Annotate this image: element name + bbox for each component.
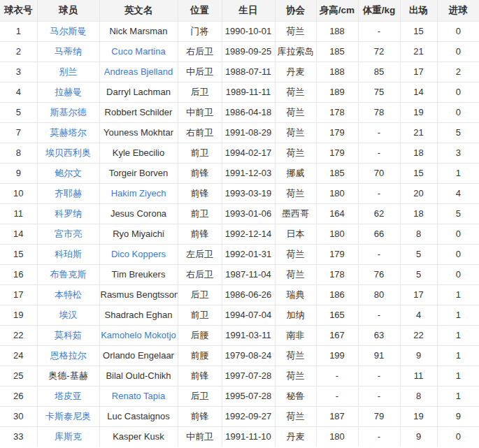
goals-cell: 0 (437, 224, 479, 244)
player-name-link[interactable]: 宫市亮 (55, 229, 82, 239)
appearances-cell: 5 (400, 264, 437, 284)
jersey-number-cell: 24 (0, 345, 37, 366)
nation-cell: 库拉索岛 (275, 41, 316, 62)
player-name-link[interactable]: 斯基尔德 (50, 107, 87, 117)
player-name-cell: 斯基尔德 (37, 102, 99, 122)
height-cell: 179 (316, 143, 358, 163)
goals-cell: 9 (437, 406, 479, 426)
english-name-cell: Renato Tapia (99, 386, 178, 406)
player-name-link[interactable]: 莫赫塔尔 (50, 127, 87, 138)
height-cell: 164 (316, 203, 358, 224)
height-cell: 165 (316, 305, 358, 325)
jersey-number-cell: 19 (0, 305, 37, 325)
english-name-link[interactable]: Hakim Ziyech (111, 188, 166, 198)
player-name-link[interactable]: 莫科茹 (55, 330, 82, 340)
header-height: 身高/cm (316, 0, 358, 21)
player-name-cell: 布鲁克斯 (37, 264, 99, 284)
table-header: 球衣号 球员 英文名 位置 生日 协会 身高/cm 体重/kg 出场 进球 (0, 0, 479, 21)
table-row: 1马尔斯曼Nick Marsman门将1990-10-01荷兰188-150 (0, 21, 479, 41)
goals-cell: 1 (437, 163, 479, 183)
english-name-link[interactable]: Kamohelo Mokotjo (101, 330, 176, 340)
weight-cell: 62 (358, 203, 400, 224)
goals-cell: 5 (437, 203, 479, 224)
goals-cell: 0 (437, 102, 479, 122)
header-appearances: 出场 (400, 0, 437, 21)
appearances-cell: 15 (400, 21, 437, 41)
player-name-cell: 埃贝西利奥 (37, 143, 99, 163)
player-name-link[interactable]: 卡斯泰尼奥 (45, 411, 91, 421)
player-name-link[interactable]: 本特松 (55, 289, 82, 300)
player-name-link[interactable]: 科珀斯 (55, 249, 82, 259)
appearances-cell: 22 (400, 325, 437, 345)
nation-cell: 墨西哥 (275, 203, 316, 224)
height-cell: 189 (316, 82, 358, 102)
position-cell: 后卫 (178, 284, 222, 305)
birthday-cell: 1991-11-10 (222, 426, 275, 447)
table-header-row: 球衣号 球员 英文名 位置 生日 协会 身高/cm 体重/kg 出场 进球 (0, 0, 479, 21)
height-cell: 180 (316, 183, 358, 203)
height-cell: 186 (316, 284, 358, 305)
english-name-link[interactable]: Dico Koppers (111, 249, 166, 259)
height-cell: 167 (316, 325, 358, 345)
birthday-cell: 1986-04-18 (222, 102, 275, 122)
birthday-cell: 1991-08-29 (222, 122, 275, 143)
position-cell: 门将 (178, 21, 222, 41)
appearances-cell: 8 (400, 386, 437, 406)
position-cell: 前锋 (178, 163, 222, 183)
player-name-link[interactable]: 马蒂纳 (55, 46, 82, 57)
position-cell: 右后卫 (178, 264, 222, 284)
player-name-link[interactable]: 塔皮亚 (55, 391, 82, 401)
player-name-link[interactable]: 恩格拉尔 (50, 350, 87, 361)
player-name-link[interactable]: 埃贝西利奥 (45, 147, 91, 158)
nation-cell: 荷兰 (275, 122, 316, 143)
player-name-link[interactable]: 别兰 (59, 66, 78, 77)
weight-cell: 70 (358, 163, 400, 183)
birthday-cell: 1994-07-04 (222, 305, 275, 325)
appearances-cell: 18 (400, 143, 437, 163)
weight-cell: - (358, 183, 400, 203)
weight-cell: - (358, 21, 400, 41)
player-name-link[interactable]: 马尔斯曼 (50, 26, 87, 36)
position-cell: 前锋 (178, 366, 222, 386)
position-cell: 右后卫 (178, 41, 222, 62)
english-name-cell: Dico Koppers (99, 244, 178, 264)
table-row: 14宫市亮Ryo Miyaichi前锋1992-12-14日本1806680 (0, 224, 479, 244)
table-row: 5斯基尔德Robbert Schilder中前卫1986-04-18荷兰1787… (0, 102, 479, 122)
header-goals: 进球 (437, 0, 479, 21)
appearances-cell: 19 (400, 102, 437, 122)
nation-cell: 荷兰 (275, 345, 316, 366)
jersey-number-cell: 16 (0, 264, 37, 284)
english-name-cell: Tim Breukers (99, 264, 178, 284)
player-roster-table: 球衣号 球员 英文名 位置 生日 协会 身高/cm 体重/kg 出场 进球 1马… (0, 0, 479, 447)
appearances-cell: 21 (400, 41, 437, 62)
table-row: 30卡斯泰尼奥Luc Castaignos前锋1992-09-27荷兰18779… (0, 406, 479, 426)
player-name-link[interactable]: 埃汉 (59, 310, 78, 320)
english-name-link[interactable]: Renato Tapia (112, 391, 165, 401)
header-birthday: 生日 (222, 0, 275, 21)
nation-cell: 加纳 (275, 305, 316, 325)
weight-cell: - (358, 122, 400, 143)
jersey-number-cell: 8 (0, 143, 37, 163)
jersey-number-cell: 3 (0, 62, 37, 82)
jersey-number-cell: 26 (0, 386, 37, 406)
weight-cell: 75 (358, 82, 400, 102)
player-name-link[interactable]: 库斯克 (55, 431, 82, 442)
player-name-link[interactable]: 科罗纳 (55, 208, 82, 219)
english-name-cell: Darryl Lachman (99, 82, 178, 102)
nation-cell: 挪威 (275, 163, 316, 183)
english-name-cell: Shadrach Eghan (99, 305, 178, 325)
nation-cell: 荷兰 (275, 406, 316, 426)
nation-cell: 荷兰 (275, 366, 316, 386)
header-position: 位置 (178, 0, 222, 21)
player-name-link[interactable]: 鲍尔文 (55, 168, 82, 178)
english-name-link[interactable]: Andreas Bjelland (104, 66, 173, 77)
player-name-link[interactable]: 齐耶赫 (55, 188, 82, 198)
weight-cell: - (358, 244, 400, 264)
jersey-number-cell: 22 (0, 325, 37, 345)
player-name-link[interactable]: 拉赫曼 (55, 87, 82, 97)
goals-cell: 5 (437, 122, 479, 143)
english-name-link[interactable]: Cuco Martina (111, 46, 165, 57)
player-name-link[interactable]: 布鲁克斯 (50, 269, 87, 280)
table-row: 9鲍尔文Torgeir Borven前锋1991-12-03挪威18570151 (0, 163, 479, 183)
weight-cell: 66 (358, 224, 400, 244)
